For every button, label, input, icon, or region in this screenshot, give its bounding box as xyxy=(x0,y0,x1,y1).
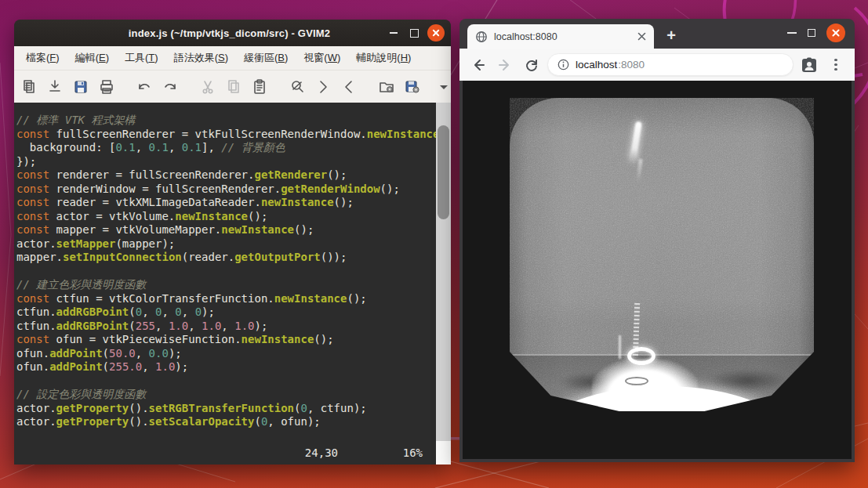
undo-icon[interactable] xyxy=(136,78,153,96)
url-host: localhost xyxy=(576,59,617,70)
gvim-toolbar xyxy=(14,70,451,103)
save-icon[interactable] xyxy=(72,78,89,96)
cut-icon xyxy=(199,78,216,96)
menu-edit[interactable]: 編輯(E) xyxy=(68,48,116,68)
code-line: const ctfun = vtkColorTransferFunction.n… xyxy=(16,292,436,306)
copy-icon xyxy=(225,78,242,96)
gvim-minimize-button[interactable] xyxy=(383,23,404,43)
menu-help[interactable]: 輔助說明(H) xyxy=(349,48,418,68)
gvim-window-title: index.js (~/tmp/vtkjs_dicom/src) - GVIM2 xyxy=(20,27,383,39)
print-icon[interactable] xyxy=(98,78,115,96)
gvim-window: index.js (~/tmp/vtkjs_dicom/src) - GVIM2… xyxy=(14,20,451,465)
code-area[interactable]: // 標準 VTK 程式架構const fullScreenRenderer =… xyxy=(14,103,436,465)
browser-close-button[interactable] xyxy=(826,23,845,42)
browser-window-controls xyxy=(787,23,845,42)
tab-title: localhost:8080 xyxy=(494,31,629,42)
menu-file[interactable]: 檔案(F) xyxy=(19,48,67,68)
code-line: background: [0.1, 0.1, 0.1], // 背景顏色 xyxy=(16,141,436,155)
code-line: const reader = vtkXMLImageDataReader.new… xyxy=(16,196,436,210)
globe-icon xyxy=(475,31,488,43)
code-line: mapper.setInputConnection(reader.getOutp… xyxy=(16,251,436,265)
menu-tools[interactable]: 工具(T) xyxy=(118,48,165,68)
scroll-percentage: 16% xyxy=(403,446,423,459)
browser-viewport[interactable] xyxy=(463,81,852,459)
code-line: // 設定色彩與透明度函數 xyxy=(16,388,436,402)
find-replace-icon[interactable] xyxy=(289,78,306,96)
code-line: const renderWindow = fullScreenRenderer.… xyxy=(16,183,436,197)
code-line: actor.getProperty().setRGBTransferFuncti… xyxy=(16,402,436,416)
scrollbar-thumb[interactable] xyxy=(438,125,449,219)
gvim-titlebar[interactable]: index.js (~/tmp/vtkjs_dicom/src) - GVIM2 xyxy=(14,20,451,46)
ct-volume-rendering[interactable] xyxy=(510,98,814,411)
new-tab-button[interactable]: + xyxy=(660,24,682,46)
url-port: :8080 xyxy=(618,59,645,70)
open-file-icon[interactable] xyxy=(20,78,38,96)
session-load-icon[interactable] xyxy=(378,78,395,96)
scrollbar-bottom-gutter xyxy=(436,441,451,465)
address-bar[interactable]: localhost:8080 xyxy=(547,53,794,76)
session-save-icon[interactable] xyxy=(404,78,421,96)
code-line: // 標準 VTK 程式架構 xyxy=(16,114,436,128)
paste-icon[interactable] xyxy=(251,78,268,96)
cursor-position: 24,30 xyxy=(305,446,338,459)
code-line xyxy=(16,374,436,389)
code-line xyxy=(16,265,436,279)
browser-menu-icon[interactable] xyxy=(825,54,847,76)
browser-tab[interactable]: localhost:8080 xyxy=(467,24,654,49)
code-line: const fullScreenRenderer = vtkFullScreen… xyxy=(16,128,436,142)
gvim-editor[interactable]: // 標準 VTK 程式架構const fullScreenRenderer =… xyxy=(14,103,451,465)
editor-scrollbar[interactable] xyxy=(436,103,451,465)
toolbar-overflow-icon[interactable] xyxy=(438,78,449,96)
menu-window[interactable]: 視窗(W) xyxy=(296,48,347,68)
code-line: ctfun.addRGBPoint(255, 1.0, 1.0, 1.0); xyxy=(16,320,436,334)
code-line: ctfun.addRGBPoint(0, 0, 0, 0); xyxy=(16,305,436,320)
code-line: // 建立色彩與透明度函數 xyxy=(16,278,436,292)
browser-maximize-button[interactable] xyxy=(808,29,815,37)
find-next-icon[interactable] xyxy=(314,78,332,96)
gvim-menubar: 檔案(F)編輯(E)工具(T)語法效果(S)緩衝區(B)視窗(W)輔助說明(H) xyxy=(14,46,451,70)
ct-noise-texture xyxy=(510,98,814,411)
code-line: ofun.addPoint(255.0, 1.0); xyxy=(16,360,436,374)
menu-syntax[interactable]: 語法效果(S) xyxy=(167,48,235,68)
code-line: actor.getProperty().setScalarOpacity(0, … xyxy=(16,415,436,429)
browser-minimize-button[interactable] xyxy=(787,32,797,34)
save-download-icon[interactable] xyxy=(46,78,64,96)
code-line: const renderer = fullScreenRenderer.getR… xyxy=(16,168,436,183)
back-button[interactable] xyxy=(467,54,489,76)
code-line: const mapper = vtkVolumeMapper.newInstan… xyxy=(16,223,436,237)
gvim-statusline: 24,30 16% xyxy=(14,446,436,461)
forward-button[interactable] xyxy=(494,54,516,76)
code-line: ofun.addPoint(50.0, 0.0); xyxy=(16,347,436,361)
info-icon[interactable] xyxy=(557,59,569,70)
gvim-close-button[interactable] xyxy=(427,24,445,42)
code-line: }); xyxy=(16,155,436,169)
code-line: const ofun = vtkPiecewiseFunction.newIns… xyxy=(16,333,436,347)
reload-button[interactable] xyxy=(521,54,543,76)
code-line: actor.setMapper(mapper); xyxy=(16,237,436,251)
code-line: const actor = vtkVolume.newInstance(); xyxy=(16,210,436,224)
gvim-maximize-button[interactable] xyxy=(404,23,424,43)
browser-toolbar: localhost:8080 xyxy=(459,49,855,81)
browser-tabstrip: localhost:8080 + xyxy=(459,19,855,49)
tab-close-icon[interactable] xyxy=(635,31,648,43)
browser-window: localhost:8080 + localhost:8080 xyxy=(459,19,855,462)
find-prev-icon[interactable] xyxy=(340,78,358,96)
profile-avatar-icon[interactable] xyxy=(798,54,820,76)
menu-buffers[interactable]: 緩衝區(B) xyxy=(237,48,295,68)
redo-icon[interactable] xyxy=(162,78,179,96)
